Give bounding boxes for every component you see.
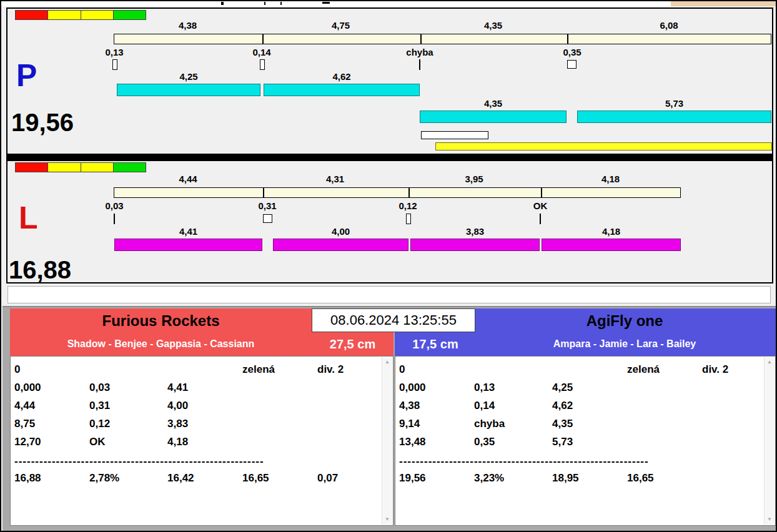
scrollbar[interactable]: ▲ ▼ bbox=[764, 357, 775, 525]
total-cell: 16,65 bbox=[627, 469, 702, 487]
time-ruler-p bbox=[114, 34, 771, 44]
cell: OK bbox=[89, 433, 167, 451]
time-ruler-l bbox=[114, 187, 681, 198]
cell bbox=[702, 378, 761, 397]
datetime-display: 08.06.2024 13:25:55 bbox=[312, 308, 475, 332]
cell: 0 bbox=[399, 360, 474, 378]
segment-time-label: 4,18 bbox=[542, 226, 681, 237]
cell bbox=[317, 415, 379, 433]
split-time-label: 4,44 bbox=[114, 174, 262, 184]
background-window-fragment bbox=[671, 1, 776, 6]
boundary-tick bbox=[114, 214, 115, 224]
results-grid: 0 zelená div. 2 0,000 0,13 4,25 4,38 0,1… bbox=[395, 357, 775, 487]
team-right-results[interactable]: 0 zelená div. 2 0,000 0,13 4,25 4,38 0,1… bbox=[395, 356, 776, 526]
green-light bbox=[114, 163, 146, 172]
ruler-tick bbox=[262, 34, 264, 44]
cell bbox=[167, 360, 242, 378]
scroll-down-icon[interactable]: ▼ bbox=[765, 515, 775, 525]
titlebar-mark bbox=[221, 2, 224, 5]
segment-time-label: 3,83 bbox=[410, 226, 540, 237]
segment-bar bbox=[410, 239, 540, 251]
segment-time-label: 5,73 bbox=[577, 98, 771, 109]
team-left-members: Shadow - Benjee - Gappasia - Cassiann bbox=[10, 338, 312, 350]
cell: 0,03 bbox=[89, 378, 167, 397]
scroll-down-icon[interactable]: ▼ bbox=[382, 515, 392, 525]
cell: zelená bbox=[242, 360, 317, 378]
cell: 0 bbox=[14, 360, 89, 378]
split-time-label: 4,35 bbox=[420, 20, 567, 31]
ruler-tick bbox=[567, 34, 568, 44]
cell: 0,14 bbox=[474, 397, 552, 415]
team-left-name: Furious Rockets bbox=[10, 312, 312, 330]
cell: 0,000 bbox=[14, 378, 89, 397]
cell bbox=[474, 360, 552, 378]
green-light bbox=[114, 11, 146, 19]
cell: 4,44 bbox=[14, 397, 89, 415]
fault-label: chyba bbox=[401, 47, 438, 57]
change-time-label: 0,03 bbox=[96, 200, 133, 211]
ruler-tick bbox=[263, 188, 264, 197]
scroll-up-icon[interactable]: ▲ bbox=[382, 357, 392, 367]
fault-checkbox[interactable] bbox=[567, 60, 577, 69]
cell: 4,18 bbox=[167, 433, 242, 451]
cell bbox=[242, 415, 317, 433]
cell bbox=[552, 360, 627, 378]
team-left-results[interactable]: 0 zelená div. 2 0,000 0,03 4,41 4,44 0,3… bbox=[10, 356, 393, 526]
segment-time-label: 4,00 bbox=[273, 226, 408, 237]
boundary-tick bbox=[419, 59, 420, 70]
cell bbox=[317, 433, 379, 451]
scroll-up-icon[interactable]: ▲ bbox=[765, 357, 775, 367]
segment-bar bbox=[114, 239, 262, 251]
total-cell: 2,78% bbox=[89, 469, 167, 487]
ruler-tick bbox=[420, 34, 422, 44]
total-cell bbox=[702, 469, 761, 487]
app-window: 4,38 4,75 4,35 6,08 0,13 0,14 chyba 0,35… bbox=[0, 0, 777, 532]
fault-checkbox[interactable] bbox=[263, 214, 272, 223]
cell: div. 2 bbox=[702, 360, 761, 378]
titlebar-strip bbox=[1, 1, 776, 6]
yellow-light bbox=[48, 163, 81, 172]
segment-bar bbox=[420, 111, 567, 123]
titlebar-mark bbox=[322, 2, 330, 4]
cell: 12,70 bbox=[14, 433, 89, 451]
segment-bar bbox=[273, 239, 408, 251]
traffic-light-l bbox=[15, 162, 146, 172]
total-cell: 16,42 bbox=[167, 469, 242, 487]
cell: 3,83 bbox=[167, 415, 242, 433]
yellow-light bbox=[81, 163, 114, 172]
titlebar-mark bbox=[264, 2, 265, 5]
cell: 4,25 bbox=[552, 378, 627, 397]
cell: 0,13 bbox=[474, 378, 552, 397]
cell: 0,000 bbox=[399, 378, 474, 397]
cell: 4,38 bbox=[399, 397, 474, 415]
yellow-light bbox=[81, 11, 114, 19]
cell bbox=[242, 397, 317, 415]
total-cell: 3,23% bbox=[474, 469, 552, 487]
cell bbox=[89, 360, 167, 378]
red-light bbox=[16, 163, 48, 172]
total-cell: 0,07 bbox=[317, 469, 379, 487]
segment-time-label: 4,41 bbox=[114, 226, 262, 237]
team-right-height: 17,5 cm bbox=[395, 337, 476, 352]
cell bbox=[702, 433, 761, 451]
change-time-label: 0,14 bbox=[243, 47, 280, 57]
boundary-tick bbox=[540, 214, 541, 224]
split-time-label: 4,31 bbox=[262, 174, 408, 184]
change-time-label: 0,31 bbox=[249, 200, 286, 211]
traffic-light-p bbox=[15, 10, 146, 20]
segment-time-label: 4,35 bbox=[420, 98, 567, 109]
change-time-label: 0,13 bbox=[96, 47, 133, 57]
cell: 4,35 bbox=[552, 415, 627, 433]
segment-bar bbox=[577, 111, 771, 123]
cell: 0,35 bbox=[474, 433, 552, 451]
split-time-label: 4,18 bbox=[540, 174, 681, 184]
scrollbar[interactable]: ▲ ▼ bbox=[382, 357, 392, 525]
ruler-tick bbox=[408, 188, 410, 197]
cell bbox=[317, 378, 379, 397]
team-right-name: AgiFly one bbox=[473, 312, 776, 330]
cell: 4,00 bbox=[167, 397, 242, 415]
split-time-label: 6,08 bbox=[567, 20, 771, 31]
cell: 9,14 bbox=[399, 415, 474, 433]
segment-bar bbox=[264, 84, 420, 96]
cell bbox=[242, 378, 317, 397]
